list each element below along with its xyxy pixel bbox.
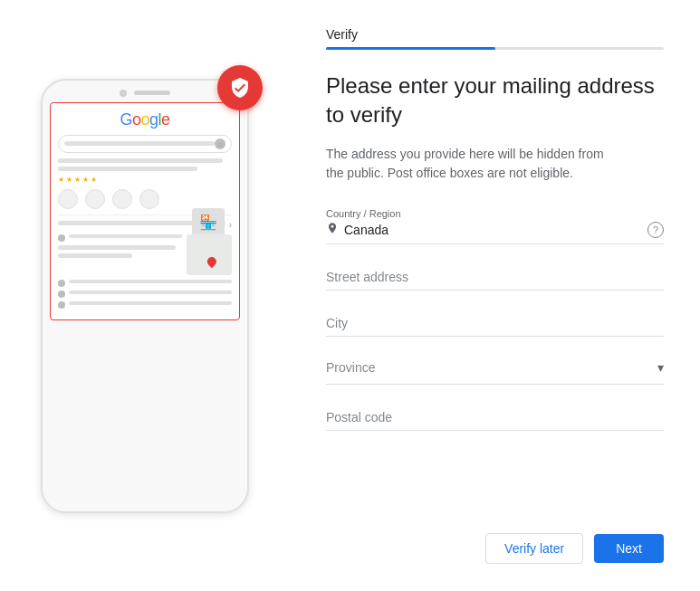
country-value: Canada — [344, 223, 642, 237]
action-icons-row — [58, 189, 232, 209]
right-panel: Verify Please enter your mailing address… — [290, 0, 700, 591]
province-select-row: Province Alberta British Columbia Manito… — [326, 357, 664, 385]
next-button[interactable]: Next — [594, 534, 664, 563]
progress-container: Verify — [326, 27, 664, 50]
shield-icon — [229, 77, 251, 99]
form-description: The address you provide here will be hid… — [326, 145, 616, 183]
street-field-group — [326, 264, 664, 291]
chevron-icon: › — [229, 220, 232, 230]
progress-bar-track — [326, 47, 664, 50]
phone-mockup: Google ⌕ ★ ★ ★ — [41, 79, 249, 513]
country-field-group: Country / Region Canada ? — [326, 208, 664, 244]
province-field-group: Province Alberta British Columbia Manito… — [326, 357, 664, 385]
city-input[interactable] — [326, 310, 664, 337]
store-image: 🏪 — [192, 208, 225, 237]
location-icon — [326, 222, 339, 237]
phone-map-section — [58, 234, 232, 275]
phone-body: Google ⌕ ★ ★ ★ — [41, 79, 249, 513]
phone-camera — [120, 90, 127, 97]
form-footer: Verify later Next — [326, 515, 664, 564]
clock-icon — [58, 280, 65, 287]
phone-listing: ★ ★ ★ ★ ★ 🏪 — [58, 158, 232, 209]
globe-icon — [58, 301, 65, 309]
postal-field-group — [326, 405, 664, 431]
country-field-row: Canada ? — [326, 222, 664, 244]
phone-screen: Google ⌕ ★ ★ ★ — [50, 102, 240, 320]
phone-speaker — [134, 91, 170, 95]
dropdown-arrow-icon: ▾ — [657, 360, 664, 375]
google-logo: Google — [58, 110, 232, 129]
form-body: Country / Region Canada ? Province Alber… — [326, 208, 664, 515]
verify-later-button[interactable]: Verify later — [485, 533, 583, 564]
country-label: Country / Region — [326, 208, 664, 219]
shield-badge — [217, 65, 263, 110]
map-thumbnail — [187, 234, 232, 275]
progress-label: Verify — [326, 27, 664, 42]
province-select[interactable]: Province Alberta British Columbia Manito… — [326, 357, 657, 378]
phone-search-bar: ⌕ — [58, 135, 232, 153]
phone-top-bar — [43, 81, 247, 102]
city-field-group — [326, 310, 664, 337]
progress-bar-fill — [326, 47, 495, 50]
phone-search-icon: ⌕ — [215, 138, 225, 149]
form-title: Please enter your mailing address to ver… — [326, 71, 664, 130]
left-panel: Google ⌕ ★ ★ ★ — [0, 0, 290, 591]
stars-row: ★ ★ ★ ★ ★ — [58, 176, 232, 184]
help-icon[interactable]: ? — [647, 222, 664, 238]
map-pin-icon — [206, 255, 218, 268]
phone-icon — [58, 291, 65, 298]
postal-code-input[interactable] — [326, 405, 664, 431]
street-address-input[interactable] — [326, 264, 664, 291]
